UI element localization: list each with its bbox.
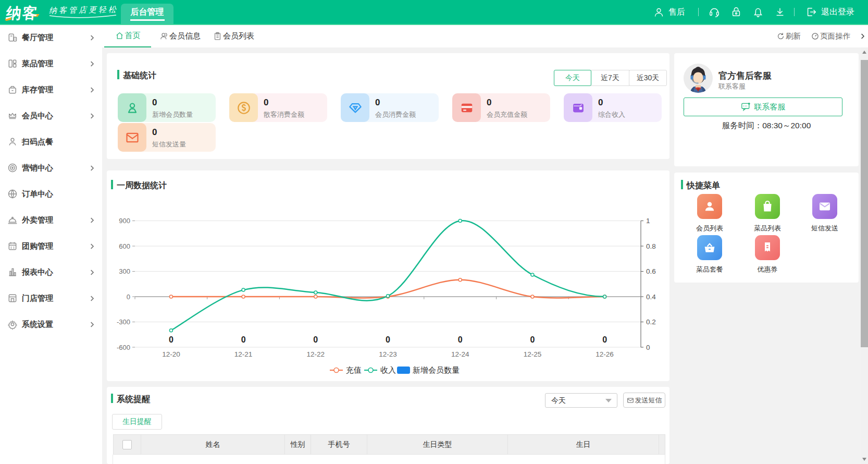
svg-text:300: 300 <box>119 267 130 275</box>
svg-text:新增会员数量: 新增会员数量 <box>413 365 460 374</box>
svg-text:收入: 收入 <box>380 365 396 374</box>
svg-text:12-25: 12-25 <box>524 350 542 358</box>
svg-text:-600: -600 <box>117 344 130 351</box>
svg-text:0: 0 <box>646 344 650 351</box>
svg-text:0: 0 <box>313 335 318 344</box>
svg-text:12-22: 12-22 <box>307 350 325 358</box>
svg-text:12-24: 12-24 <box>451 350 469 358</box>
svg-text:0: 0 <box>386 335 390 344</box>
svg-text:0: 0 <box>602 335 607 344</box>
svg-text:1: 1 <box>646 217 650 225</box>
svg-text:0.4: 0.4 <box>646 293 656 301</box>
svg-text:0.2: 0.2 <box>646 318 656 326</box>
svg-text:12-20: 12-20 <box>162 350 180 358</box>
svg-text:0.6: 0.6 <box>646 267 656 275</box>
svg-text:12-23: 12-23 <box>379 350 397 358</box>
svg-text:600: 600 <box>119 242 130 250</box>
svg-text:0: 0 <box>241 335 246 344</box>
svg-text:900: 900 <box>119 217 130 225</box>
svg-text:0: 0 <box>458 335 463 344</box>
svg-text:0.8: 0.8 <box>646 242 656 250</box>
svg-text:0: 0 <box>127 293 130 301</box>
svg-text:-300: -300 <box>117 318 130 326</box>
svg-text:12-21: 12-21 <box>234 350 253 358</box>
svg-text:充值: 充值 <box>346 365 362 374</box>
svg-text:0: 0 <box>169 335 173 344</box>
svg-text:0: 0 <box>530 335 535 344</box>
svg-text:12-26: 12-26 <box>596 350 614 358</box>
